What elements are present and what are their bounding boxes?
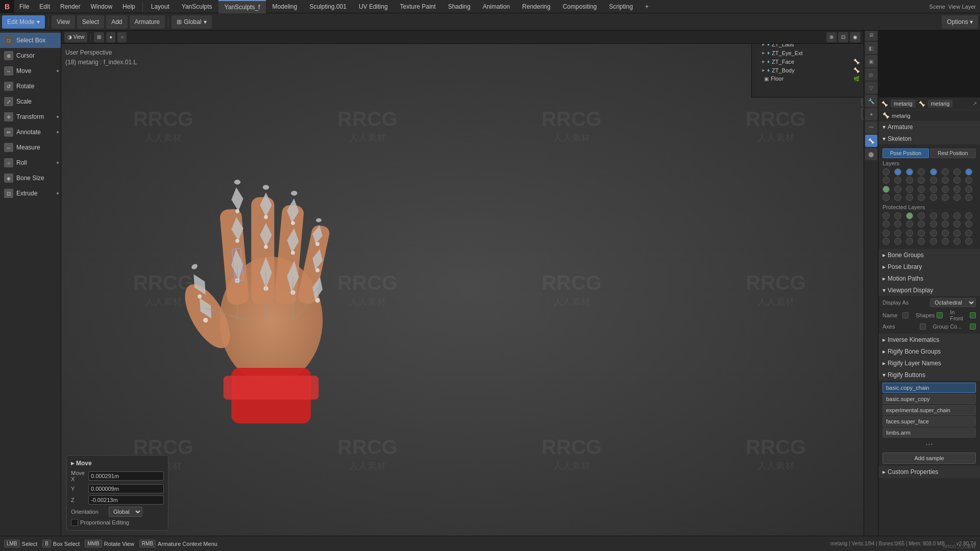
prot2-dot-12[interactable] (918, 238, 925, 245)
outliner-item-zt-eye-ext[interactable]: ▸ ♦ ZT_Eye_Ext (752, 48, 864, 57)
prot-dot-4[interactable] (918, 212, 925, 219)
menu-render[interactable]: Render (55, 0, 85, 13)
tool-move[interactable]: ↔ Move (0, 63, 61, 79)
workspace-yansculpts[interactable]: YanSculpts (176, 0, 218, 13)
prot-dot-2[interactable] (894, 212, 901, 219)
outliner-item-floor[interactable]: ▣ Floor 🌿 (752, 74, 864, 83)
prop-tab-material[interactable]: ⬤ (865, 148, 877, 160)
prot-dot-11[interactable] (906, 220, 913, 228)
tool-bone-size[interactable]: ◈ Bone Size (0, 170, 61, 186)
layer2-dot-4[interactable] (918, 186, 925, 193)
tool-annotate[interactable]: ✏ Annotate (0, 124, 61, 140)
prop-tab-modifiers[interactable]: 🔧 (865, 95, 877, 107)
menu-window[interactable]: Window (85, 0, 117, 13)
armature-menu[interactable]: Armature (130, 15, 165, 29)
vp-view-selector[interactable]: ◑ View (64, 32, 87, 42)
prop-tab-particles[interactable]: ✦ (865, 108, 877, 120)
rigify-item-experimental-super-chain[interactable]: experimental.super_chain (883, 405, 976, 415)
layer-dot-14[interactable] (942, 177, 949, 184)
add-menu[interactable]: Add (106, 15, 127, 29)
prot-dot-9[interactable] (883, 220, 890, 228)
vp-shading-solid[interactable]: ● (106, 32, 115, 42)
bone-groups-title[interactable]: ▸ Bone Groups (878, 249, 980, 261)
pose-library-title[interactable]: ▸ Pose Library (878, 261, 980, 272)
view-menu[interactable]: View (52, 15, 75, 29)
prot2-dot-13[interactable] (930, 238, 937, 245)
select-menu[interactable]: Select (77, 15, 104, 29)
vp-gizmo-btn[interactable]: ⊕ (826, 32, 837, 42)
layer2-dot-8[interactable] (965, 186, 972, 193)
layer2-dot-3[interactable] (906, 186, 913, 193)
workspace-yansculpts-f[interactable]: YanSculpts_f (218, 0, 266, 13)
prot-dot-3[interactable] (906, 212, 913, 219)
layer-dot-7[interactable] (953, 168, 961, 176)
layer-dot-1[interactable] (883, 168, 890, 176)
layer-dot-8[interactable] (965, 168, 972, 176)
pose-position-btn[interactable]: Pose Position (883, 148, 929, 158)
prot-dot-6[interactable] (942, 212, 949, 219)
workspace-rendering[interactable]: Rendering (516, 0, 556, 13)
layer2-dot-16[interactable] (965, 194, 972, 201)
viewport[interactable]: RRCG人人素材 RRCG人人素材 RRCG人人素材 RRCG人人素材 RRCG… (61, 44, 878, 536)
armature-section-title[interactable]: ▾ Armature (878, 121, 980, 133)
in-front-checkbox[interactable] (970, 312, 976, 318)
workspace-animation[interactable]: Animation (477, 0, 516, 13)
rigify-item-basic-copy-chain[interactable]: basic.copy_chain (883, 383, 976, 393)
object-name-badge[interactable]: metarig (891, 99, 916, 108)
prot2-dot-1[interactable] (883, 230, 890, 237)
workspace-scripting[interactable]: Scripting (603, 0, 639, 13)
rigify-layer-names-title[interactable]: ▸ Rigify Layer Names (878, 358, 980, 369)
layer-dot-3[interactable] (906, 168, 913, 176)
workspace-texture-paint[interactable]: Texture Paint (394, 0, 442, 13)
data-name-badge[interactable]: metarig (928, 99, 953, 108)
prot-dot-10[interactable] (894, 220, 901, 228)
prot2-dot-11[interactable] (906, 238, 913, 245)
prop-tab-scene[interactable]: ▣ (865, 55, 877, 67)
prot2-dot-14[interactable] (942, 238, 949, 245)
prot-dot-12[interactable] (918, 220, 925, 228)
prop-tab-view-layer[interactable]: ◧ (865, 42, 877, 54)
layer2-dot-2[interactable] (894, 186, 901, 193)
tool-roll[interactable]: ○ Roll (0, 155, 61, 170)
prot-dot-7[interactable] (953, 212, 961, 219)
tool-measure[interactable]: ↔ Measure (0, 140, 61, 155)
prot2-dot-6[interactable] (942, 230, 949, 237)
layer2-dot-9[interactable] (883, 194, 890, 201)
tool-select-box[interactable]: □ Select Box (0, 33, 61, 48)
workspace-sculpting[interactable]: Sculpting.001 (303, 0, 353, 13)
vp-overlay-btn[interactable]: ⊞ (94, 32, 104, 42)
move-y-input[interactable] (88, 484, 164, 493)
prot2-dot-7[interactable] (953, 230, 961, 237)
group-co-checkbox[interactable] (970, 323, 976, 330)
tool-scale[interactable]: ⤢ Scale (0, 94, 61, 109)
vp-proportional-btn[interactable]: ◉ (850, 32, 861, 42)
display-as-select[interactable]: Octahedral Stick B-Bone Envelope Wire (930, 298, 976, 307)
mode-selector[interactable]: Edit Mode ▾ (2, 15, 45, 29)
workspace-shading[interactable]: Shading (442, 0, 477, 13)
outliner-item-zt-body[interactable]: ▸ ♦ ZT_Body 🦴 (752, 66, 864, 74)
ik-title[interactable]: ▸ Inverse Kinematics (878, 334, 980, 345)
menu-file[interactable]: File (14, 0, 34, 13)
prot2-dot-8[interactable] (965, 230, 972, 237)
layer-dot-9[interactable] (883, 177, 890, 184)
orientation-selector[interactable]: ⊞ Global ▾ (172, 15, 212, 29)
layer2-dot-13[interactable] (930, 194, 937, 201)
layer2-dot-12[interactable] (918, 194, 925, 201)
tool-rotate[interactable]: ↺ Rotate (0, 79, 61, 94)
rigify-bone-groups-title[interactable]: ▸ Rigify Bone Groups (878, 346, 980, 357)
prop-tab-object[interactable]: ▽ (865, 82, 877, 94)
layer-dot-11[interactable] (906, 177, 913, 184)
tool-extrude[interactable]: ⊡ Extrude (0, 186, 61, 201)
rigify-buttons-title[interactable]: ▾ Rigify Buttons (878, 369, 980, 381)
menu-help[interactable]: Help (117, 0, 140, 13)
prot2-dot-3[interactable] (906, 230, 913, 237)
rest-position-btn[interactable]: Rest Position (930, 148, 976, 158)
prot-dot-13[interactable] (930, 220, 937, 228)
workspace-add[interactable]: + (639, 0, 655, 13)
prot2-dot-9[interactable] (883, 238, 890, 245)
prot-dot-8[interactable] (965, 212, 972, 219)
prot2-dot-5[interactable] (930, 230, 937, 237)
layer-dot-16[interactable] (965, 177, 972, 184)
layer-dot-15[interactable] (953, 177, 961, 184)
layer2-dot-11[interactable] (906, 194, 913, 201)
